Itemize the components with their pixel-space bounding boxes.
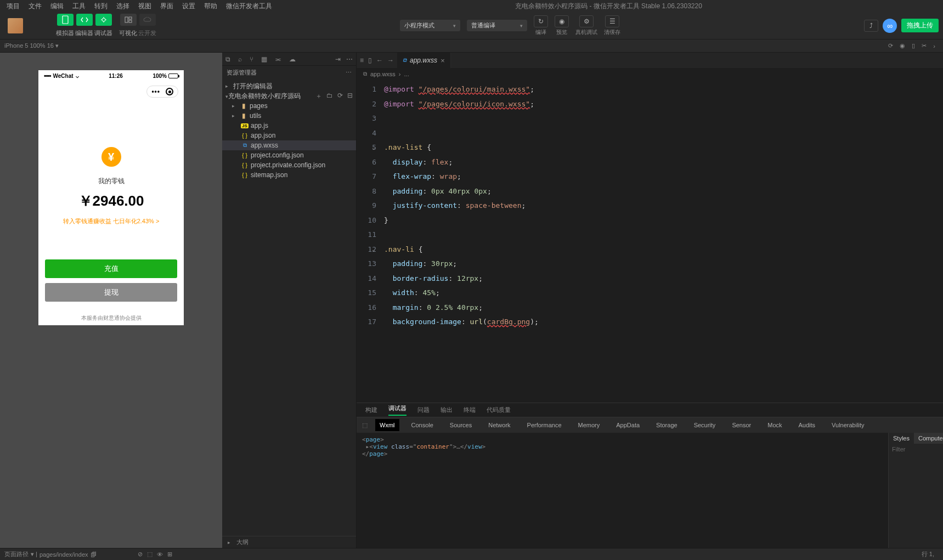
file-project-config[interactable]: { }project.config.json	[222, 150, 356, 160]
menu-settings[interactable]: 设置	[178, 2, 200, 11]
tab-vulnerability[interactable]: Vulnerability	[827, 419, 869, 431]
bookmark-icon[interactable]: ▯	[368, 56, 372, 64]
menu-project[interactable]: 项目	[2, 2, 24, 11]
visual-toggle[interactable]	[120, 14, 137, 26]
cloud-dev-toggle[interactable]	[139, 14, 156, 26]
explorer-menu-icon[interactable]: ⋯	[346, 69, 352, 76]
collapse-icon[interactable]: ⇥	[335, 55, 341, 63]
arrow-left-icon[interactable]: ←	[376, 56, 383, 64]
menu-view[interactable]: 视图	[134, 2, 156, 11]
tab-terminal[interactable]: 终端	[464, 406, 476, 414]
file-project-private-config[interactable]: { }project.private.config.json	[222, 160, 356, 170]
menu-help[interactable]: 帮助	[200, 2, 222, 11]
file-app-json[interactable]: { }app.json	[222, 131, 356, 140]
tab-output[interactable]: 输出	[441, 406, 453, 414]
menu-tools[interactable]: 工具	[68, 2, 90, 11]
tab-codequality[interactable]: 代码质量	[487, 406, 511, 414]
sb-icon-1[interactable]: ⊘	[138, 551, 143, 558]
branch-icon[interactable]: ⑂	[250, 55, 253, 63]
sb-icon-3[interactable]: 👁	[157, 551, 163, 558]
tab-debugger[interactable]: 调试器	[388, 404, 406, 416]
tab-mock[interactable]: Mock	[763, 419, 786, 431]
folder-utils[interactable]: ▸▮utils	[222, 111, 356, 121]
chevron-icon[interactable]: ›	[933, 43, 935, 49]
tab-app-wxss[interactable]: ⧉app.wxss×	[397, 53, 451, 68]
file-app-wxss[interactable]: ⧉app.wxss	[222, 140, 356, 150]
compile-button[interactable]: ↻	[534, 15, 548, 27]
promo-link[interactable]: 转入零钱通赚收益 七日年化2.43% >	[38, 217, 184, 225]
tab-problems[interactable]: 问题	[417, 406, 430, 414]
styles-tab[interactable]: Styles	[889, 433, 914, 444]
more-icon[interactable]: ⋯	[346, 55, 353, 63]
collapse-tree-icon[interactable]: ⊟	[347, 92, 353, 101]
simulator-toggle[interactable]	[57, 14, 74, 26]
capsule-close-icon[interactable]	[166, 88, 173, 95]
menu-ui[interactable]: 界面	[156, 2, 178, 11]
computed-tab[interactable]: Computed	[914, 433, 943, 444]
capsule-button[interactable]: •••	[146, 86, 178, 98]
phone-preview[interactable]: •••••WeChat⌵ 11:26 100% ••• ¥ 我的零钱 ￥2946…	[38, 70, 184, 325]
outline-section[interactable]: ▸大纲	[222, 536, 356, 548]
open-editors-section[interactable]: ▸打开的编辑器	[222, 81, 356, 91]
files-icon[interactable]: ⧉	[225, 55, 230, 63]
page-path[interactable]: 页面路径 ▾ | pages/index/index 🗐	[4, 550, 97, 558]
drag-upload-button[interactable]: 拖拽上传	[901, 19, 939, 32]
sb-icon-2[interactable]: ⬚	[147, 551, 153, 558]
real-debug-button[interactable]: ⚙	[579, 15, 594, 27]
refresh-tree-icon[interactable]: ⟳	[337, 92, 343, 101]
cursor-position[interactable]: 行 1,	[922, 550, 934, 558]
upload-icon-button[interactable]: ⤴	[864, 20, 878, 32]
withdraw-button[interactable]: 提现	[45, 283, 177, 302]
device-icon[interactable]: ▯	[912, 42, 915, 49]
tab-build[interactable]: 构建	[365, 406, 377, 414]
search-icon[interactable]: ⌕	[238, 55, 242, 63]
tab-performance[interactable]: Performance	[523, 419, 566, 431]
file-sitemap[interactable]: { }sitemap.json	[222, 170, 356, 180]
project-root[interactable]: ▾充电余额特效小程序源码 ＋🗀⟳⊟	[222, 91, 356, 101]
menu-devtools[interactable]: 微信开发者工具	[222, 2, 276, 11]
tab-audits[interactable]: Audits	[794, 419, 820, 431]
refresh-icon[interactable]: ⟳	[888, 42, 893, 49]
menu-edit[interactable]: 编辑	[46, 2, 68, 11]
tab-wxml[interactable]: Wxml	[375, 419, 399, 431]
user-avatar[interactable]	[8, 18, 23, 33]
compile-dropdown[interactable]: 普通编译▾	[467, 20, 527, 31]
tab-console[interactable]: Console	[407, 419, 438, 431]
grid-icon[interactable]: ▦	[261, 55, 267, 63]
close-tab-icon[interactable]: ×	[441, 56, 445, 65]
tab-sensor[interactable]: Sensor	[727, 419, 755, 431]
capsule-menu-icon[interactable]: •••	[151, 88, 160, 95]
link-icon[interactable]: ⫘	[275, 55, 281, 63]
inspect-icon[interactable]: ⬚	[362, 422, 368, 429]
breadcrumb[interactable]: ⧉app.wxss›...	[357, 68, 943, 80]
dom-tree[interactable]: <page> ▸<view class="container">…</view>…	[357, 433, 888, 548]
record-icon[interactable]: ◉	[900, 42, 905, 49]
new-file-icon[interactable]: ＋	[315, 92, 322, 101]
arrow-right-icon[interactable]: →	[387, 56, 394, 64]
styles-filter[interactable]: Filter	[889, 444, 943, 455]
folder-pages[interactable]: ▸▮pages	[222, 101, 356, 111]
file-app-js[interactable]: JSapp.js	[222, 121, 356, 131]
tab-security[interactable]: Security	[690, 419, 720, 431]
tab-sources[interactable]: Sources	[445, 419, 476, 431]
cloud-exp-icon[interactable]: ☁	[289, 55, 296, 63]
code-editor[interactable]: @import "/pages/colorui/main.wxss"; @imp…	[384, 80, 943, 403]
tab-storage[interactable]: Storage	[652, 419, 682, 431]
preview-button[interactable]: ◉	[555, 15, 569, 27]
debugger-toggle[interactable]	[95, 14, 112, 26]
clear-cache-button[interactable]: ☰	[605, 15, 619, 27]
menu-select[interactable]: 选择	[112, 2, 134, 11]
menu-goto[interactable]: 转到	[90, 2, 112, 11]
tab-appdata[interactable]: AppData	[612, 419, 644, 431]
tab-network[interactable]: Network	[484, 419, 515, 431]
sb-icon-4[interactable]: ⊞	[167, 551, 172, 558]
cloud-icon[interactable]: ∞	[883, 19, 897, 33]
recharge-button[interactable]: 充值	[45, 259, 177, 278]
nav-back-icon[interactable]: ≡	[360, 56, 364, 64]
new-folder-icon[interactable]: 🗀	[326, 92, 333, 101]
cut-icon[interactable]: ✂	[922, 42, 927, 49]
mode-dropdown[interactable]: 小程序模式▾	[400, 20, 460, 31]
menu-file[interactable]: 文件	[24, 2, 46, 11]
editor-toggle[interactable]	[76, 14, 93, 26]
tab-memory[interactable]: Memory	[574, 419, 605, 431]
